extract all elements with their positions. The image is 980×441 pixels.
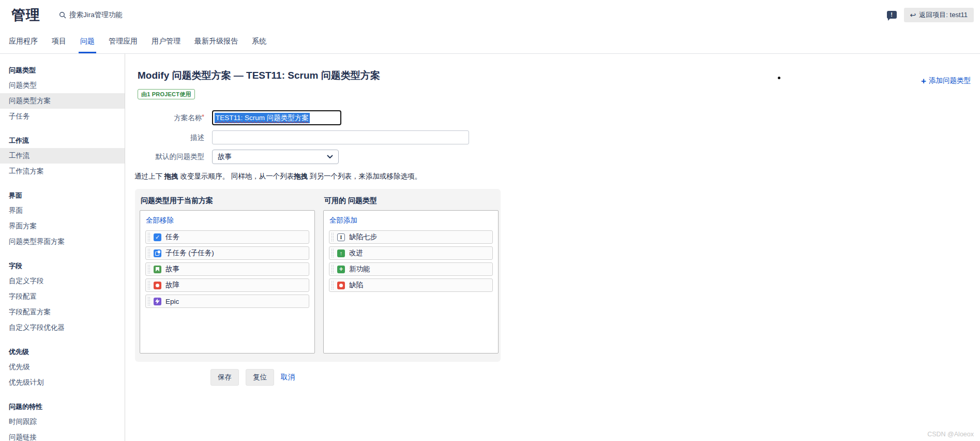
- reset-button[interactable]: 复位: [246, 369, 274, 386]
- sidebar-item-screens[interactable]: 界面: [0, 203, 125, 218]
- admin-search[interactable]: [59, 11, 183, 19]
- main-content: Modify 问题类型方案 — TEST11: Scrum 问题类型方案 + 添…: [125, 54, 980, 441]
- form-actions: 保存 复位 取消: [210, 369, 971, 386]
- sidebar-item-issue-type-screen-schemes[interactable]: 问题类型界面方案: [0, 234, 125, 249]
- issue-type-item-defect-seven-steps[interactable]: 缺陷七步: [329, 230, 493, 244]
- sidebar-section-priorities: 优先级 优先级 优先级计划: [0, 343, 125, 390]
- header-right-cluster: ! ↩ 返回项目: test11: [887, 8, 974, 22]
- default-issue-type-row: 默认的问题类型 故事: [138, 150, 971, 164]
- tab-manage-apps[interactable]: 管理应用: [109, 30, 138, 53]
- tab-applications[interactable]: 应用程序: [9, 30, 38, 53]
- description-label: 描述: [138, 133, 204, 142]
- task-icon: [154, 233, 161, 241]
- default-issue-type-select[interactable]: 故事: [212, 150, 339, 164]
- default-issue-type-value: 故事: [218, 152, 232, 161]
- sidebar-item-priorities[interactable]: 优先级: [0, 359, 125, 375]
- drag-handle-icon[interactable]: [147, 232, 150, 242]
- issue-type-item-new-feature[interactable]: 新功能: [329, 262, 493, 276]
- sidebar-section-fields: 字段 自定义字段 字段配置 字段配置方案 自定义字段优化器: [0, 257, 125, 335]
- drag-handle-icon[interactable]: [331, 248, 334, 258]
- search-input[interactable]: [69, 11, 183, 19]
- sidebar-item-custom-field-optimizer[interactable]: 自定义字段优化器: [0, 320, 125, 335]
- top-header: 管理 ! ↩ 返回项目: test11: [0, 0, 980, 30]
- add-all-link[interactable]: 全部添加: [329, 216, 357, 225]
- drag-handle-icon[interactable]: [147, 264, 150, 274]
- issue-type-item-epic[interactable]: Epic: [145, 295, 309, 308]
- save-button[interactable]: 保存: [210, 369, 239, 386]
- jira-admin-screen: 管理 ! ↩ 返回项目: test11 应用程序 项目 问题 管理应用 用户管理…: [0, 0, 980, 441]
- current-list-heading: 问题类型用于当前方案: [141, 196, 315, 205]
- tab-upgrade-report[interactable]: 最新升级报告: [194, 30, 238, 53]
- drag-handle-icon[interactable]: [331, 264, 334, 274]
- return-to-project-button[interactable]: ↩ 返回项目: test11: [904, 8, 974, 22]
- issue-type-item-story[interactable]: 故事: [145, 262, 309, 276]
- scheme-name-input[interactable]: TEST11: Scrum 问题类型方案: [212, 110, 341, 125]
- sidebar-heading: 问题的特性: [0, 398, 125, 414]
- scheme-form: 方案名称* TEST11: Scrum 问题类型方案 描述 默认的问题类型 故事: [138, 110, 971, 164]
- issue-type-lists-panel: 问题类型用于当前方案 全部移除 任务 子任务 (子任务): [135, 189, 501, 362]
- issue-type-item-improvement[interactable]: 改进: [329, 246, 493, 260]
- sidebar-heading: 优先级: [0, 343, 125, 359]
- issue-type-item-task[interactable]: 任务: [145, 230, 309, 244]
- issue-type-item-subtask[interactable]: 子任务 (子任务): [145, 246, 309, 260]
- add-issue-type-button[interactable]: + 添加问题类型: [921, 76, 971, 85]
- admin-nav-tabs: 应用程序 项目 问题 管理应用 用户管理 最新升级报告 系统: [0, 30, 980, 54]
- drag-handle-icon[interactable]: [147, 248, 150, 258]
- current-scheme-column: 问题类型用于当前方案 全部移除 任务 子任务 (子任务): [140, 196, 315, 354]
- sidebar-item-issue-type-schemes[interactable]: 问题类型方案: [0, 93, 125, 109]
- drag-handle-icon[interactable]: [331, 232, 334, 242]
- sidebar-section-issue-features: 问题的特性 时间跟踪 问题链接: [0, 398, 125, 441]
- sidebar-item-issue-linking[interactable]: 问题链接: [0, 430, 125, 441]
- issue-type-item-fault[interactable]: 故障: [145, 278, 309, 292]
- sidebar-item-workflows[interactable]: 工作流: [0, 148, 125, 164]
- tab-issues[interactable]: 问题: [80, 30, 95, 53]
- feedback-bubble-icon[interactable]: !: [887, 11, 897, 19]
- drag-handle-icon[interactable]: [331, 281, 334, 290]
- sidebar-item-time-tracking[interactable]: 时间跟踪: [0, 414, 125, 430]
- project-usage-badge[interactable]: 由1 PROJECT使用: [138, 89, 195, 99]
- sidebar-item-issue-types[interactable]: 问题类型: [0, 78, 125, 93]
- settings-sidebar: 问题类型 问题类型 问题类型方案 子任务 工作流 工作流 工作流方案 界面 界面…: [0, 54, 125, 441]
- story-icon: [154, 266, 161, 273]
- cancel-link[interactable]: 取消: [281, 373, 295, 382]
- remove-all-link[interactable]: 全部移除: [146, 216, 174, 225]
- new-feature-icon: [337, 266, 345, 273]
- description-row: 描述: [138, 130, 971, 144]
- sidebar-item-custom-fields[interactable]: 自定义字段: [0, 273, 125, 289]
- epic-icon: [154, 298, 161, 305]
- available-issue-types-list: 全部添加 缺陷七步 改进: [323, 210, 499, 354]
- tab-system[interactable]: 系统: [252, 30, 266, 53]
- drag-handle-icon[interactable]: [147, 281, 150, 290]
- sidebar-section-workflows: 工作流 工作流 工作流方案: [0, 131, 125, 179]
- sidebar-item-priority-schemes[interactable]: 优先级计划: [0, 375, 125, 390]
- bug-icon: [154, 282, 161, 289]
- search-icon: [59, 11, 66, 19]
- return-button-label: 返回项目: test11: [919, 10, 968, 20]
- sidebar-section-screens: 界面 界面 界面方案 问题类型界面方案: [0, 186, 125, 249]
- scheme-name-label: 方案名称*: [138, 113, 204, 123]
- issue-type-item-defect[interactable]: 缺陷: [329, 278, 493, 292]
- add-issue-type-label: 添加问题类型: [929, 76, 971, 85]
- chevron-down-icon: [327, 155, 333, 159]
- sidebar-item-field-configuration-schemes[interactable]: 字段配置方案: [0, 304, 125, 320]
- available-types-column: 可用的 问题类型 全部添加 缺陷七步 改进: [323, 196, 499, 354]
- sidebar-item-subtasks[interactable]: 子任务: [0, 109, 125, 124]
- title-row: Modify 问题类型方案 — TEST11: Scrum 问题类型方案 + 添…: [138, 69, 971, 85]
- sidebar-heading: 工作流: [0, 131, 125, 148]
- watermark-text: CSDN @Aloeox: [927, 431, 974, 438]
- default-issue-type-label: 默认的问题类型: [138, 152, 204, 161]
- available-list-heading: 可用的 问题类型: [324, 196, 499, 205]
- scheme-name-value-selected: TEST11: Scrum 问题类型方案: [215, 113, 310, 123]
- tab-projects[interactable]: 项目: [52, 30, 66, 53]
- bug-icon: [337, 282, 345, 289]
- sidebar-item-field-configurations[interactable]: 字段配置: [0, 289, 125, 304]
- current-issue-types-list: 全部移除 任务 子任务 (子任务): [140, 210, 315, 354]
- tab-user-management[interactable]: 用户管理: [152, 30, 180, 53]
- scheme-name-row: 方案名称* TEST11: Scrum 问题类型方案: [138, 110, 971, 125]
- sidebar-item-screen-schemes[interactable]: 界面方案: [0, 218, 125, 234]
- sidebar-item-workflow-schemes[interactable]: 工作流方案: [0, 164, 125, 179]
- drag-handle-icon[interactable]: [147, 297, 150, 306]
- improvement-icon: [337, 249, 345, 257]
- description-input[interactable]: [212, 130, 469, 144]
- bullet-dot: [778, 77, 780, 79]
